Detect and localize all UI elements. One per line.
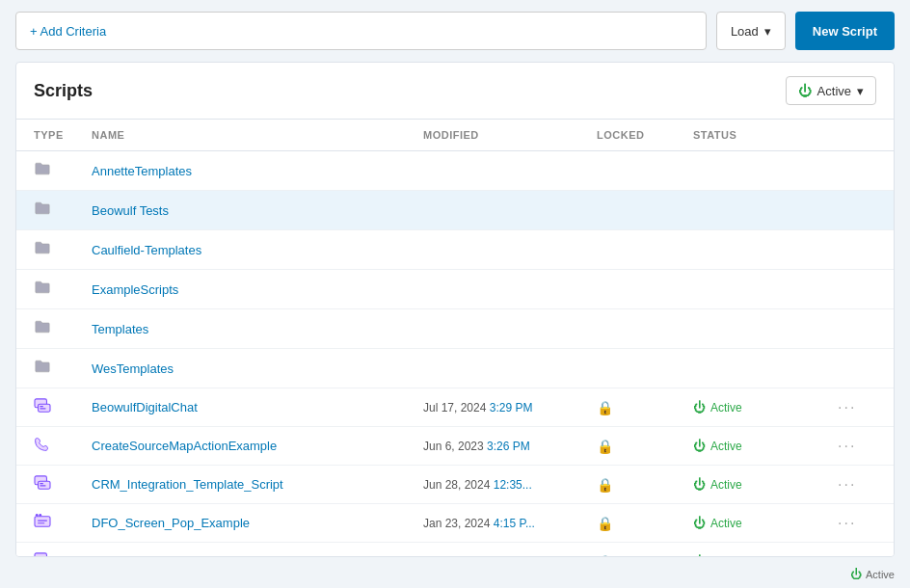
svg-rect-2 xyxy=(40,406,43,407)
folder-name[interactable]: ExampleScripts xyxy=(92,282,423,297)
script-type-icon xyxy=(34,475,92,494)
svg-point-10 xyxy=(39,514,41,517)
folder-icon xyxy=(34,200,92,220)
script-name[interactable]: CRM_Integration_Template_Script xyxy=(92,477,423,492)
status-label: Active xyxy=(710,440,742,453)
status-label: Active xyxy=(710,478,742,492)
more-options-button[interactable]: ··· xyxy=(838,515,876,532)
folder-icon xyxy=(34,161,92,180)
col-type: TYPE xyxy=(34,129,92,141)
power-icon: ⏻ xyxy=(693,439,706,453)
svg-rect-3 xyxy=(40,408,45,409)
folder-name[interactable]: WesTemplates xyxy=(92,361,423,376)
svg-rect-11 xyxy=(35,553,46,556)
table-row[interactable]: DFO_Screen_Pop_Example Jan 23, 2024 4:15… xyxy=(16,504,894,543)
svg-rect-7 xyxy=(40,485,45,486)
script-modified: Jun 28, 2024 12:35... xyxy=(423,478,597,492)
lock-icon: 🔒 xyxy=(597,516,613,531)
script-name[interactable]: digitalB_LiveChat xyxy=(92,554,423,556)
more-options-button[interactable]: ··· xyxy=(838,399,876,416)
table-row[interactable]: Caulfield-Templates xyxy=(16,230,894,270)
panel-header: Scripts ⏻ Active ▾ xyxy=(16,63,894,120)
table-row[interactable]: CreateSourceMapActionExample Jun 6, 2023… xyxy=(16,427,894,466)
table-row[interactable]: digitalB_LiveChat Nov 7, 2022 3:04 PM 🔒 … xyxy=(16,543,894,556)
lock-cell: 🔒 xyxy=(597,400,693,415)
folder-name[interactable]: AnnetteTemplates xyxy=(92,164,423,178)
svg-rect-6 xyxy=(40,483,43,484)
script-type-icon xyxy=(34,514,92,532)
load-button[interactable]: Load ▾ xyxy=(716,12,786,50)
table-row[interactable]: ExampleScripts xyxy=(16,270,894,309)
col-modified: MODIFIED xyxy=(423,129,597,141)
new-script-button[interactable]: New Script xyxy=(795,12,895,50)
table-row[interactable]: CRM_Integration_Template_Script Jun 28, … xyxy=(16,466,894,504)
script-modified: Jun 6, 2023 3:26 PM xyxy=(423,440,597,453)
new-script-label: New Script xyxy=(813,24,877,39)
power-icon: ⏻ xyxy=(693,516,706,530)
table-row[interactable]: Templates xyxy=(16,309,894,349)
table-row[interactable]: BeowulfDigitalChat Jul 17, 2024 3:29 PM … xyxy=(16,388,894,427)
top-bar: + Add Criteria Load ▾ New Script xyxy=(0,0,910,62)
status-badge: ⏻ Active xyxy=(693,439,838,453)
col-status: STATUS xyxy=(693,129,838,141)
load-label: Load xyxy=(731,24,759,39)
script-type-icon xyxy=(34,398,92,416)
lock-cell: 🔒 xyxy=(597,439,693,454)
status-filter-label: Active xyxy=(817,84,851,98)
script-name[interactable]: CreateSourceMapActionExample xyxy=(92,439,423,453)
lock-cell: 🔒 xyxy=(597,516,693,531)
more-options-button[interactable]: ··· xyxy=(838,438,876,455)
folder-name[interactable]: Beowulf Tests xyxy=(92,203,423,218)
status-badge: ⏻ Active xyxy=(693,516,838,530)
chevron-down-icon: ▾ xyxy=(764,24,771,39)
status-label: Active xyxy=(710,555,742,557)
lock-icon: 🔒 xyxy=(597,554,613,557)
script-modified: Jul 17, 2024 3:29 PM xyxy=(423,401,597,414)
folder-icon xyxy=(34,240,92,259)
criteria-placeholder: + Add Criteria xyxy=(30,24,106,39)
status-badge: ⏻ Active xyxy=(693,554,838,556)
bottom-power-icon: ⏻ xyxy=(850,568,862,581)
scripts-panel: Scripts ⏻ Active ▾ TYPE NAME MODIFIED LO… xyxy=(15,62,895,557)
bottom-status: ⏻ Active xyxy=(850,568,895,581)
power-icon: ⏻ xyxy=(693,400,706,414)
chevron-down-icon: ▾ xyxy=(857,84,864,98)
status-label: Active xyxy=(710,401,742,414)
table-body: AnnetteTemplates Beowulf Tests Caulfield… xyxy=(16,151,894,556)
table-header: TYPE NAME MODIFIED LOCKED STATUS xyxy=(16,120,894,151)
lock-icon: 🔒 xyxy=(597,477,613,493)
col-name: NAME xyxy=(92,129,423,141)
col-locked: LOCKED xyxy=(597,129,693,141)
power-icon: ⏻ xyxy=(693,477,706,492)
power-icon: ⏻ xyxy=(693,554,706,556)
bottom-bar: ⏻ Active xyxy=(0,561,910,588)
bottom-status-label: Active xyxy=(866,569,895,580)
criteria-input[interactable]: + Add Criteria xyxy=(15,12,707,50)
lock-cell: 🔒 xyxy=(597,477,693,493)
more-options-button[interactable]: ··· xyxy=(838,553,876,557)
lock-cell: 🔒 xyxy=(597,554,693,557)
power-icon: ⏻ xyxy=(798,83,812,98)
table-row[interactable]: Beowulf Tests xyxy=(16,191,894,230)
status-badge: ⏻ Active xyxy=(693,477,838,492)
panel-title: Scripts xyxy=(34,81,93,101)
script-type-icon xyxy=(34,552,92,556)
script-name[interactable]: DFO_Screen_Pop_Example xyxy=(92,516,423,530)
script-type-icon xyxy=(34,437,92,455)
folder-icon xyxy=(34,280,92,299)
folder-icon xyxy=(34,319,92,338)
folder-name[interactable]: Templates xyxy=(92,322,423,336)
script-modified: Jan 23, 2024 4:15 P... xyxy=(423,517,597,530)
svg-point-9 xyxy=(36,514,39,517)
status-filter-button[interactable]: ⏻ Active ▾ xyxy=(786,76,876,105)
script-name[interactable]: BeowulfDigitalChat xyxy=(92,400,423,414)
svg-rect-8 xyxy=(35,517,50,527)
table-row[interactable]: AnnetteTemplates xyxy=(16,151,894,191)
status-badge: ⏻ Active xyxy=(693,400,838,414)
more-options-button[interactable]: ··· xyxy=(838,476,876,494)
status-label: Active xyxy=(710,517,742,530)
table-row[interactable]: WesTemplates xyxy=(16,349,894,388)
lock-icon: 🔒 xyxy=(597,400,613,415)
script-modified: Nov 7, 2022 3:04 PM xyxy=(423,555,597,557)
folder-name[interactable]: Caulfield-Templates xyxy=(92,243,423,257)
